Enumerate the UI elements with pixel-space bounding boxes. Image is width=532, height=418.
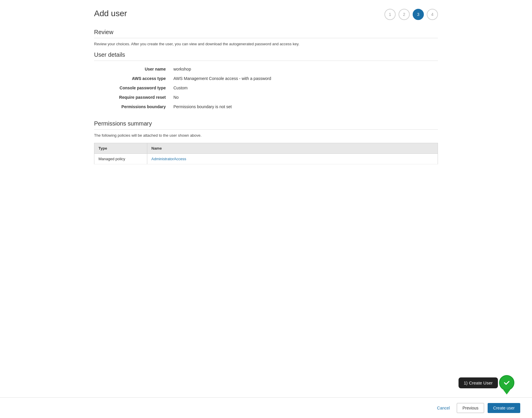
field-value-access-type: AWS Management Console access - with a p… [170,74,438,83]
field-label-password-type: Console password type [94,83,170,93]
review-title: Review [94,29,438,36]
field-value-permissions-boundary: Permissions boundary is not set [170,102,438,111]
policy-type: Managed policy [94,154,147,164]
footer: Cancel Previous Create user [0,397,532,418]
previous-button[interactable]: Previous [457,403,484,413]
review-section: Review Review your choices. After you cr… [94,29,438,46]
tooltip-check-icon [499,375,514,390]
user-details-title: User details [94,51,438,58]
tooltip-row: 1) Create User [459,375,514,390]
step-2: 2 [399,9,410,20]
permissions-summary-section: Permissions summary The following polici… [94,120,438,164]
step-1: 1 [384,9,396,20]
policy-name[interactable]: AdministratorAccess [147,154,438,164]
user-details-table: User name workshop AWS access type AWS M… [94,64,438,111]
field-label-username: User name [94,64,170,74]
field-value-password-reset: No [170,93,438,102]
field-value-username: workshop [170,64,438,74]
table-row: Permissions boundary Permissions boundar… [94,102,438,111]
permissions-table: Type Name Managed policy AdministratorAc… [94,143,438,164]
step-4: 4 [427,9,438,20]
cancel-button[interactable]: Cancel [434,403,454,413]
tooltip-arrow [503,390,510,394]
col-type: Type [94,143,147,154]
user-details-section: User details User name workshop AWS acce… [94,51,438,111]
table-row: Console password type Custom [94,83,438,93]
permissions-summary-title: Permissions summary [94,120,438,127]
create-user-button[interactable]: Create user [488,403,520,413]
permissions-summary-subtitle: The following policies will be attached … [94,133,438,138]
table-row: AWS access type AWS Management Console a… [94,74,438,83]
col-name: Name [147,143,438,154]
field-label-password-reset: Require password reset [94,93,170,102]
policy-name-link[interactable]: AdministratorAccess [151,157,186,161]
step-indicators: 1 2 3 4 [384,9,438,20]
step-3: 3 [413,9,424,20]
field-label-permissions-boundary: Permissions boundary [94,102,170,111]
tooltip-text: 1) Create User [459,377,498,388]
page-title: Add user [94,9,127,18]
field-label-access-type: AWS access type [94,74,170,83]
table-row: Require password reset No [94,93,438,102]
permissions-table-row: Managed policy AdministratorAccess [94,154,438,164]
page-header: Add user 1 2 3 4 [94,9,438,20]
review-subtitle: Review your choices. After you create th… [94,42,438,46]
table-row: User name workshop [94,64,438,74]
field-value-password-type: Custom [170,83,438,93]
tooltip-container: 1) Create User [459,375,514,394]
